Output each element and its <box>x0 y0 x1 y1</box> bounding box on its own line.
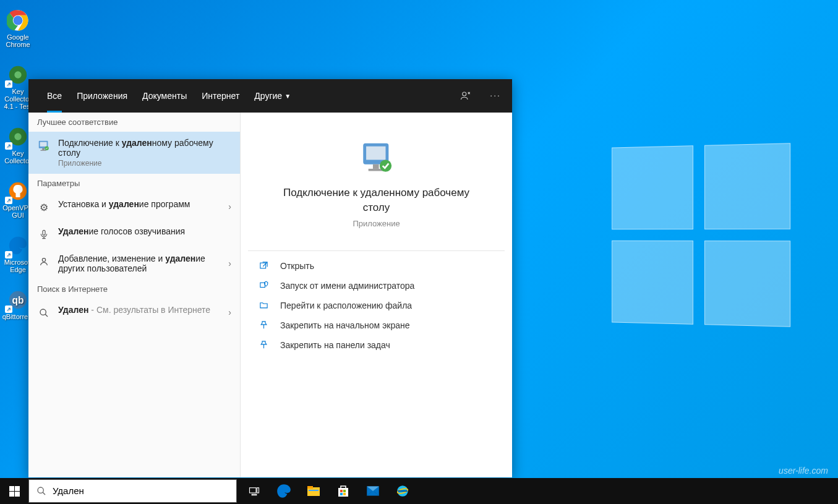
desktop-icon-label: Google Chrome <box>4 33 32 48</box>
svg-rect-33 <box>340 490 343 492</box>
action-pin-start[interactable]: Закрепить на начальном экране <box>248 315 505 335</box>
action-open[interactable]: Открыть <box>248 256 505 276</box>
svg-rect-11 <box>40 142 47 147</box>
svg-rect-19 <box>366 147 385 160</box>
action-location[interactable]: Перейти к расположению файла <box>248 296 505 315</box>
tab-all[interactable]: Все <box>40 79 69 113</box>
svg-rect-36 <box>343 493 346 495</box>
tab-other[interactable]: Другие▼ <box>247 79 298 113</box>
feedback-icon[interactable] <box>460 90 471 101</box>
section-web: Поиск в Интернете <box>28 280 240 299</box>
watermark: user-life.com <box>779 466 828 476</box>
more-icon[interactable]: ··· <box>490 90 501 101</box>
action-label: Перейти к расположению файла <box>280 301 412 310</box>
result-title: Установка и удаление программ <box>58 199 221 209</box>
remote-desktop-icon <box>37 139 51 153</box>
result-param-2[interactable]: Добавление, изменение и удаление других … <box>28 247 240 280</box>
result-param-0[interactable]: ⚙ Установка и удаление программ › <box>28 193 240 220</box>
search-icon <box>37 306 51 320</box>
open-icon <box>259 261 270 270</box>
search-results-list: Лучшее соответствие Подключение к удален… <box>28 113 240 477</box>
result-title: Добавление, изменение и удаление других … <box>58 254 221 273</box>
search-tabs: Все Приложения Документы Интернет Другие… <box>28 79 512 113</box>
person-icon <box>37 255 51 268</box>
taskbar-explorer[interactable] <box>299 478 328 504</box>
section-parameters: Параметры <box>28 174 240 193</box>
wallpaper-windows-logo <box>612 143 790 327</box>
shield-icon <box>259 281 270 290</box>
folder-icon <box>259 301 270 310</box>
chevron-right-icon: › <box>228 202 231 211</box>
svg-point-22 <box>379 160 391 171</box>
result-title: Удален - См. результаты в Интернете <box>58 305 221 315</box>
result-subtitle: Приложение <box>58 159 231 168</box>
action-label: Открыть <box>280 261 314 271</box>
svg-point-3 <box>14 71 21 78</box>
result-param-1[interactable]: Удаление голосов озвучивания <box>28 220 240 247</box>
result-best-match[interactable]: Подключение к удаленному рабочему столу … <box>28 132 240 174</box>
action-admin[interactable]: Запуск от имени администратора <box>248 276 505 296</box>
section-best-match: Лучшее соответствие <box>28 113 240 132</box>
chevron-down-icon: ▼ <box>284 93 291 100</box>
svg-rect-13 <box>41 150 46 150</box>
pin-icon <box>259 320 270 330</box>
svg-rect-26 <box>250 488 257 493</box>
tab-apps[interactable]: Приложения <box>69 79 135 113</box>
svg-rect-35 <box>340 493 343 495</box>
taskbar-edge[interactable] <box>269 478 299 504</box>
taskbar-search[interactable] <box>28 479 237 503</box>
svg-rect-34 <box>343 490 346 492</box>
svg-rect-15 <box>43 230 45 235</box>
svg-rect-27 <box>257 488 259 493</box>
preview-actions: Открыть Запуск от имени администратора П… <box>248 250 505 360</box>
chevron-right-icon: › <box>228 307 231 317</box>
svg-rect-23 <box>260 263 266 268</box>
result-title: Подключение к удаленному рабочему столу <box>58 138 231 158</box>
svg-point-9 <box>463 92 466 96</box>
windows-icon <box>9 486 20 497</box>
action-label: Запуск от имени администратора <box>280 281 414 291</box>
svg-text:qb: qb <box>12 295 24 305</box>
start-button[interactable] <box>0 478 28 504</box>
preview-type: Приложение <box>273 219 480 228</box>
svg-rect-30 <box>307 486 313 489</box>
taskbar-store[interactable] <box>328 478 358 504</box>
svg-rect-12 <box>42 148 45 150</box>
svg-point-16 <box>42 258 45 262</box>
svg-point-25 <box>38 487 43 493</box>
tab-internet[interactable]: Интернет <box>194 79 247 113</box>
search-preview: Подключение к удаленному рабочему столу … <box>240 113 512 477</box>
mic-icon <box>37 228 51 241</box>
tab-documents[interactable]: Документы <box>135 79 194 113</box>
chevron-right-icon: › <box>228 258 231 268</box>
search-panel: Все Приложения Документы Интернет Другие… <box>28 79 512 477</box>
action-label: Закрепить на панели задач <box>280 340 390 350</box>
remote-desktop-icon <box>358 140 395 177</box>
svg-rect-28 <box>252 494 257 495</box>
svg-rect-20 <box>372 164 378 169</box>
result-web[interactable]: Удален - См. результаты в Интернете › <box>28 299 240 326</box>
action-label: Закрепить на начальном экране <box>280 320 410 330</box>
svg-rect-29 <box>307 487 320 496</box>
svg-rect-31 <box>309 490 319 491</box>
taskview-button[interactable] <box>239 478 269 504</box>
result-title: Удаление голосов озвучивания <box>58 226 231 236</box>
action-pin-taskbar[interactable]: Закрепить на панели задач <box>248 335 505 355</box>
desktop-icon-chrome[interactable]: Google Chrome <box>4 9 32 48</box>
svg-point-5 <box>14 133 21 140</box>
pin-icon <box>259 340 270 349</box>
taskbar-ie[interactable] <box>388 478 417 504</box>
svg-point-17 <box>40 309 46 315</box>
gear-icon: ⚙ <box>37 200 51 214</box>
taskbar-search-input[interactable] <box>53 485 170 496</box>
preview-title: Подключение к удаленному рабочему столу <box>273 186 480 215</box>
search-icon <box>36 486 46 496</box>
taskbar <box>0 478 838 504</box>
taskbar-mail[interactable] <box>358 478 388 504</box>
